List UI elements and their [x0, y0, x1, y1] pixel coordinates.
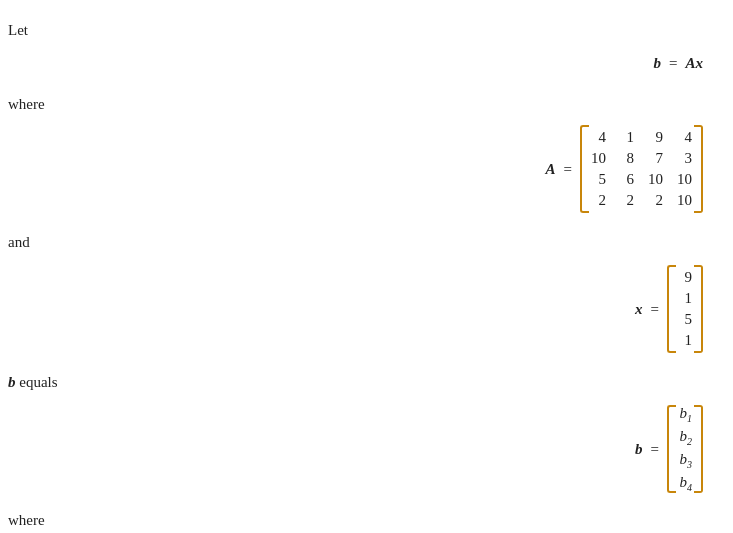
equals-sign-3: =	[651, 301, 659, 318]
cell-1-0: 10	[591, 150, 606, 167]
b-val-3: b4	[678, 474, 692, 493]
b-vec-symbol: b	[635, 441, 643, 458]
matrix-A-grid: 4 1 9 4 10 8 7 3 5 6 10 10 2 2 2 10	[591, 129, 692, 209]
cell-2-3: 10	[677, 171, 692, 188]
x-symbol: x	[635, 301, 643, 318]
b-label-bold: b	[8, 374, 16, 390]
equals-sign-2: =	[564, 161, 572, 178]
cell-0-0: 4	[591, 129, 606, 146]
and-label: and	[8, 234, 30, 251]
matrix-bracket-left	[580, 125, 589, 213]
vector-b-bracket-right	[694, 405, 703, 493]
cell-2-1: 6	[620, 171, 634, 188]
cell-1-1: 8	[620, 150, 634, 167]
vector-b-grid: b1 b2 b3 b4	[678, 405, 692, 493]
x-val-0: 9	[678, 269, 692, 286]
b-equals-label: b equals	[8, 374, 58, 391]
cell-0-2: 9	[648, 129, 663, 146]
matrix-A-equation: A = 4 1 9 4 10 8 7 3 5 6 10 10 2 2 2 10	[546, 125, 703, 213]
vector-b-bracket-left	[667, 405, 676, 493]
where-label-2: where	[8, 512, 45, 529]
b-symbol: b	[654, 55, 662, 72]
cell-1-2: 7	[648, 150, 663, 167]
let-label: Let	[8, 22, 28, 39]
vector-x-grid: 9 1 5 1	[678, 269, 692, 349]
vector-x-bracket-left	[667, 265, 676, 353]
b-val-1: b2	[678, 428, 692, 447]
cell-3-1: 2	[620, 192, 634, 209]
x-val-2: 5	[678, 311, 692, 328]
cell-2-0: 5	[591, 171, 606, 188]
equation-b-ax: b = Ax	[654, 55, 703, 72]
vector-b-equation: b = b1 b2 b3 b4	[635, 405, 703, 493]
vector-x-equation: x = 9 1 5 1	[635, 265, 703, 353]
cell-2-2: 10	[648, 171, 663, 188]
where-label-1: where	[8, 96, 45, 113]
equals-sign-4: =	[651, 441, 659, 458]
b-equals-text: equals	[19, 374, 57, 390]
x-val-1: 1	[678, 290, 692, 307]
page: Let b = Ax where A = 4 1 9 4 10 8 7 3 5 …	[0, 0, 733, 533]
matrix-bracket-right	[694, 125, 703, 213]
x-val-3: 1	[678, 332, 692, 349]
cell-0-3: 4	[677, 129, 692, 146]
cell-3-2: 2	[648, 192, 663, 209]
cell-1-3: 3	[677, 150, 692, 167]
equals-sign-1: =	[669, 55, 677, 72]
cell-3-0: 2	[591, 192, 606, 209]
b-val-0: b1	[678, 405, 692, 424]
cell-3-3: 10	[677, 192, 692, 209]
A-symbol: A	[546, 161, 556, 178]
ax-symbol: Ax	[685, 55, 703, 72]
vector-x-bracket-right	[694, 265, 703, 353]
b-val-2: b3	[678, 451, 692, 470]
cell-0-1: 1	[620, 129, 634, 146]
